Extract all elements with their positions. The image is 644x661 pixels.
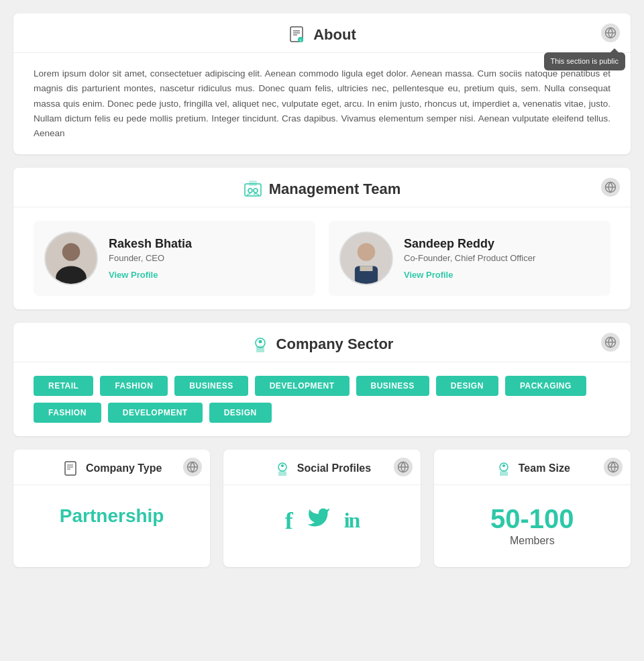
- avatar-sandeep: [339, 232, 393, 285]
- sector-header: Company Sector: [13, 323, 631, 362]
- about-card: i About This section is public Lorem ips…: [13, 13, 631, 154]
- svg-rect-25: [65, 462, 76, 475]
- svg-rect-9: [249, 181, 257, 186]
- team-size-icon: [494, 459, 513, 478]
- social-profiles-visibility-btn[interactable]: [394, 458, 413, 476]
- svg-point-10: [248, 189, 252, 193]
- social-icons-group: f in: [285, 505, 360, 536]
- sector-tag: FASHION: [34, 403, 101, 423]
- team-size-content: 50-100 Members: [490, 505, 574, 547]
- sector-title: Company Sector: [251, 335, 394, 354]
- sector-tag: PACKAGING: [505, 376, 586, 396]
- team-size-body: 50-100 Members: [434, 485, 631, 567]
- member-role-sandeep: Co-Founder, Chief Product Officer: [404, 253, 535, 263]
- team-size-header: Team Size: [434, 450, 631, 485]
- sector-tag: RETAIL: [34, 376, 93, 396]
- view-profile-rakesh[interactable]: View Profile: [109, 270, 158, 280]
- about-body: Lorem ipsum dolor sit amet, consectetuer…: [13, 53, 631, 154]
- team-member-1: Rakesh Bhatia Founder, CEO View Profile: [34, 221, 315, 296]
- linkedin-icon[interactable]: in: [344, 508, 360, 533]
- member-info-rakesh: Rakesh Bhatia Founder, CEO View Profile: [109, 237, 192, 281]
- social-profiles-icon: [273, 459, 292, 478]
- sector-tag: DEVELOPMENT: [108, 403, 203, 423]
- member-info-sandeep: Sandeep Reddy Co-Founder, Chief Product …: [404, 237, 535, 281]
- member-role-rakesh: Founder, CEO: [109, 253, 192, 263]
- management-visibility-btn[interactable]: [601, 178, 620, 197]
- sector-visibility-btn[interactable]: [601, 333, 620, 352]
- team-size-visibility-btn[interactable]: [604, 458, 623, 476]
- about-title: i About: [288, 26, 356, 44]
- company-type-card: Company Type Partnership: [13, 450, 210, 567]
- svg-point-32: [281, 464, 284, 467]
- company-type-body: Partnership: [13, 485, 210, 547]
- sector-tag: DESIGN: [209, 403, 272, 423]
- sector-tag: FASHION: [100, 376, 168, 396]
- sector-tag: DESIGN: [436, 376, 498, 396]
- team-member-2: Sandeep Reddy Co-Founder, Chief Product …: [329, 221, 610, 296]
- svg-point-15: [62, 244, 80, 262]
- twitter-icon[interactable]: [307, 505, 331, 536]
- team-grid: Rakesh Bhatia Founder, CEO View Profile …: [13, 207, 631, 309]
- about-header: i About This section is public: [13, 13, 631, 53]
- svg-point-22: [258, 340, 262, 344]
- company-sector-card: Company Sector RETAILFASHIONBUSINESSDEVE…: [13, 323, 631, 436]
- svg-rect-20: [360, 266, 373, 272]
- company-type-visibility-btn[interactable]: [183, 458, 202, 476]
- about-icon: i: [288, 26, 307, 44]
- member-name-sandeep: Sandeep Reddy: [404, 237, 535, 251]
- svg-point-36: [502, 464, 505, 467]
- team-size-card: Team Size 50-100 Members: [434, 450, 631, 567]
- tags-container: RETAILFASHIONBUSINESSDEVELOPMENTBUSINESS…: [13, 362, 631, 436]
- company-type-header: Company Type: [13, 450, 210, 485]
- management-header: Management Team: [13, 168, 631, 207]
- management-title: Management Team: [244, 180, 400, 199]
- about-visibility-btn[interactable]: [601, 23, 620, 42]
- member-name-rakesh: Rakesh Bhatia: [109, 237, 192, 251]
- svg-point-18: [358, 244, 376, 262]
- view-profile-sandeep[interactable]: View Profile: [404, 270, 453, 280]
- svg-point-11: [254, 189, 258, 193]
- social-profiles-header: Social Profiles: [223, 450, 420, 485]
- sector-tag: BUSINESS: [356, 376, 429, 396]
- social-profiles-body: f in: [223, 485, 420, 556]
- about-text: Lorem ipsum dolor sit amet, consectetuer…: [34, 66, 610, 141]
- social-profiles-title: Social Profiles: [273, 459, 371, 478]
- team-size-title: Team Size: [494, 459, 570, 478]
- social-profiles-card: Social Profiles f in: [223, 450, 420, 567]
- company-type-title: Company Type: [62, 459, 162, 478]
- management-card: Management Team Rakesh Bhatia Founder, C: [13, 168, 631, 309]
- facebook-icon[interactable]: f: [285, 507, 293, 535]
- management-icon: [244, 180, 262, 199]
- company-type-icon: [62, 459, 80, 478]
- team-size-label: Members: [490, 535, 574, 547]
- sector-tag: DEVELOPMENT: [255, 376, 350, 396]
- bottom-cards-row: Company Type Partnership: [13, 450, 631, 567]
- sector-tag: BUSINESS: [174, 376, 248, 396]
- avatar-rakesh: [44, 232, 98, 285]
- sector-icon: [251, 335, 270, 354]
- partnership-value: Partnership: [60, 505, 164, 527]
- team-size-range: 50-100: [490, 505, 574, 532]
- visibility-tooltip: This section is public: [544, 52, 626, 70]
